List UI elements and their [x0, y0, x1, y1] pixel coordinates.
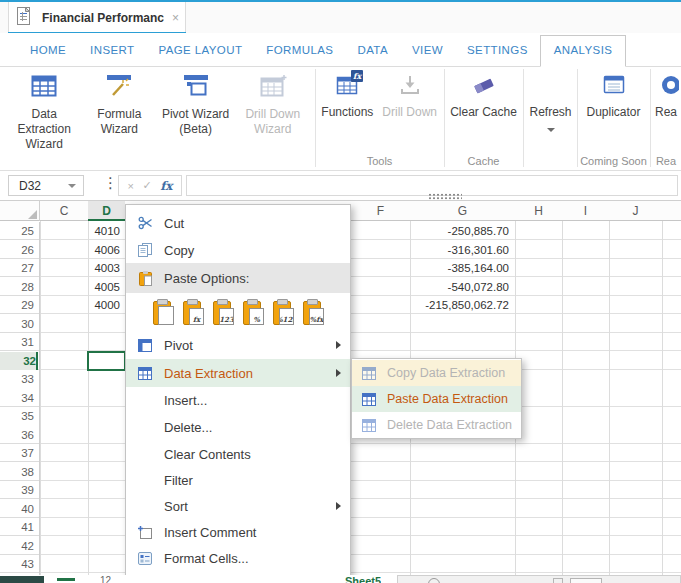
menu-item-format-cells[interactable]: Format Cells... [126, 545, 350, 571]
ribbon: Data Extraction Wizard Formula Wizard Pi… [0, 67, 681, 171]
menu-item-clear-contents[interactable]: Clear Contents [126, 441, 350, 467]
insert-function-icon[interactable]: fx [160, 179, 172, 193]
row-header-40[interactable]: 40 [0, 500, 34, 519]
paste-values-icon[interactable]: 123 [213, 299, 234, 325]
magic-wand-icon [105, 74, 133, 102]
refresh-button[interactable]: Refresh [525, 67, 577, 132]
row-header-38[interactable]: 38 [0, 463, 34, 482]
paste-formatting-icon[interactable]: % [243, 299, 264, 325]
selected-cell-d32[interactable] [87, 351, 126, 371]
row-header-36[interactable]: 36 [0, 426, 34, 445]
cell-g26[interactable]: -316,301.60 [411, 241, 513, 260]
row-header-29[interactable]: 29 [0, 296, 34, 315]
menu-item-filter[interactable]: Filter [126, 467, 350, 493]
tab-settings[interactable]: SETTINGS [455, 35, 540, 65]
tab-page-layout[interactable]: PAGE LAYOUT [146, 35, 254, 65]
pivot-wizard-button[interactable]: Pivot Wizard (Beta) [160, 67, 232, 137]
functions-table-fx-icon: fx [335, 74, 359, 100]
accept-icon[interactable]: ✓ [142, 179, 151, 192]
drill-down-button[interactable]: Drill Down [379, 67, 441, 120]
cell-d28[interactable]: 4005 [88, 278, 124, 297]
row-header-26[interactable]: 26 [0, 241, 34, 260]
row-header-30[interactable]: 30 [0, 315, 34, 334]
menu-item-sort[interactable]: Sort [126, 493, 350, 519]
menu-item-cut[interactable]: Cut [126, 209, 350, 237]
ribbon-group-clipped: Rea Rea [651, 67, 681, 169]
cell-d27[interactable]: 4003 [88, 259, 124, 278]
column-header-f[interactable]: F [351, 201, 410, 221]
select-all-corner[interactable] [0, 201, 40, 221]
formula-wizard-button[interactable]: Formula Wizard [88, 67, 150, 137]
submenu-item-delete-data-extraction[interactable]: Delete Data Extraction [352, 412, 521, 438]
spreadsheet-doc-icon [15, 6, 34, 30]
row-header-25[interactable]: 25 [0, 222, 34, 241]
menu-item-pivot[interactable]: Pivot [126, 331, 350, 359]
cell-d25[interactable]: 4010 [88, 222, 124, 241]
paste-values-number-formatting-icon[interactable]: %123 [273, 299, 294, 325]
cell-g27[interactable]: -385,164.00 [411, 259, 513, 278]
clipboard-icon [135, 271, 155, 286]
functions-button[interactable]: fx Functions [318, 67, 376, 120]
menu-item-copy[interactable]: Copy [126, 237, 350, 263]
gridline [609, 201, 610, 575]
column-header-h[interactable]: H [515, 201, 562, 221]
column-header-g[interactable]: G [410, 201, 515, 221]
cell-g28[interactable]: -540,072.80 [411, 278, 513, 297]
table-icon [30, 74, 58, 102]
column-header-c[interactable]: C [40, 201, 88, 221]
scrollbar-button[interactable] [553, 578, 563, 583]
row-header-33[interactable]: 33 [0, 370, 34, 389]
drill-down-wizard-button[interactable]: Drill Down Wizard [241, 67, 305, 137]
row-header-42[interactable]: 42 [0, 537, 34, 556]
ribbon-group-label-clipped: Rea [651, 155, 681, 167]
submenu-item-paste-data-extraction[interactable]: Paste Data Extraction [352, 386, 521, 412]
cell-g25[interactable]: -250,885.70 [411, 222, 513, 241]
row-header-41[interactable]: 41 [0, 518, 34, 537]
cancel-icon[interactable]: × [128, 180, 134, 192]
grip-dots-handle[interactable] [428, 193, 462, 200]
document-tab[interactable]: Financial Performance D... × [8, 2, 186, 33]
submenu-item-copy-data-extraction[interactable]: Copy Data Extraction [352, 360, 521, 386]
row-header-39[interactable]: 39 [0, 481, 34, 500]
menu-item-insert[interactable]: Insert... [126, 387, 350, 414]
column-header-i[interactable]: I [562, 201, 609, 221]
cell-d26[interactable]: 4006 [88, 241, 124, 260]
tab-insert[interactable]: INSERT [78, 35, 146, 65]
column-header-d[interactable]: D [88, 201, 125, 221]
row-header-37[interactable]: 37 [0, 444, 34, 463]
close-icon[interactable]: × [172, 12, 179, 24]
name-box[interactable]: D32 [8, 175, 84, 196]
data-extraction-wizard-button[interactable]: Data Extraction Wizard [9, 67, 79, 152]
formula-bar-drag-handle[interactable]: ⋮ [103, 174, 118, 192]
ribbon-group-tools: fx Functions Drill Down Tools [316, 67, 443, 169]
active-sheet-indicator [57, 578, 75, 581]
row-header-34[interactable]: 34 [0, 389, 34, 408]
menu-item-data-extraction[interactable]: Data Extraction [126, 359, 350, 387]
row-header-27[interactable]: 27 [0, 259, 34, 278]
row-header-31[interactable]: 31 [0, 333, 34, 352]
menu-item-insert-comment[interactable]: Insert Comment [126, 519, 350, 545]
paste-formulas-icon[interactable]: fx [183, 299, 204, 325]
row-header-32[interactable]: 32 [0, 352, 38, 371]
horizontal-scrollbar[interactable] [570, 578, 602, 583]
tab-home[interactable]: HOME [18, 35, 78, 65]
sheet-tab-sheet5[interactable]: Sheet5 [345, 575, 381, 583]
duplicator-button[interactable]: Duplicator [581, 67, 647, 120]
tab-view[interactable]: VIEW [400, 35, 455, 65]
paste-formulas-number-formatting-icon[interactable]: %fx [303, 299, 324, 325]
ribbon-group-refresh: Refresh [524, 67, 577, 169]
row-header-43[interactable]: 43 [0, 555, 34, 574]
cell-g29[interactable]: -215,850,062.72 [411, 296, 513, 315]
clear-cache-button[interactable]: Clear Cache [449, 67, 519, 120]
tab-data[interactable]: DATA [345, 35, 400, 65]
paste-icon[interactable] [153, 299, 174, 325]
cell-d29[interactable]: 4000 [88, 296, 124, 315]
menu-item-delete[interactable]: Delete... [126, 414, 350, 441]
clipped-right-button[interactable]: Rea [651, 67, 681, 120]
column-header-j[interactable]: J [609, 201, 662, 221]
tab-analysis[interactable]: ANALYSIS [540, 35, 627, 67]
tab-formulas[interactable]: FORMULAS [254, 35, 345, 65]
ribbon-group-label-coming-soon: Coming Soon [578, 155, 649, 167]
row-header-35[interactable]: 35 [0, 407, 34, 426]
row-header-28[interactable]: 28 [0, 278, 34, 297]
